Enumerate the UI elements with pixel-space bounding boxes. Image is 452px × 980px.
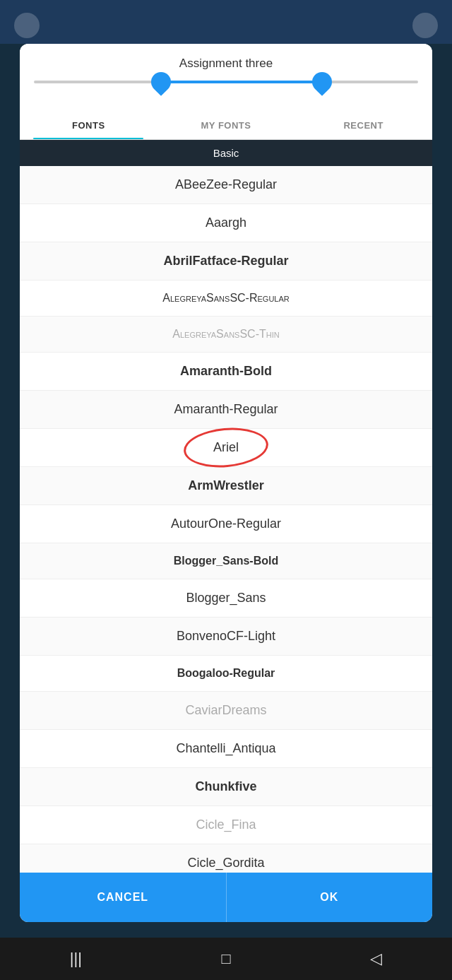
font-item-ariel[interactable]: Ariel [20, 429, 432, 467]
font-item-autourone[interactable]: AutourOne-Regular [20, 505, 432, 543]
font-name: AlegreyaSansSC-Regular [162, 292, 289, 305]
font-item-blogger-bold[interactable]: Blogger_Sans-Bold [20, 543, 432, 579]
bottom-buttons: CANCEL OK [20, 873, 432, 922]
font-name: AlegreyaSansSC-Thin [172, 328, 279, 341]
ok-button[interactable]: OK [227, 873, 433, 922]
status-bar [0, 0, 452, 44]
font-name: Chantelli_Antiqua [176, 741, 275, 756]
font-item-bonveno[interactable]: BonvenoCF-Light [20, 618, 432, 656]
font-name: CaviarDreams [185, 703, 266, 718]
nav-back-icon[interactable]: ◁ [370, 950, 382, 968]
font-item-armwrestler[interactable]: ArmWrestler [20, 467, 432, 505]
nav-home-icon[interactable]: □ [221, 950, 230, 968]
font-picker-modal: Assignment three FONTS MY FONTS RECENT B… [20, 44, 432, 922]
font-name: Ariel [213, 440, 239, 455]
font-name: Blogger_Sans [186, 591, 266, 606]
font-item-amaranth-regular[interactable]: Amaranth-Regular [20, 391, 432, 429]
modal-title: Assignment three [179, 57, 273, 71]
font-item-caviar[interactable]: CaviarDreams [20, 692, 432, 730]
font-name: Amaranth-Bold [180, 364, 272, 379]
status-avatar [14, 13, 40, 38]
tab-my-fonts[interactable]: MY FONTS [157, 110, 295, 139]
font-item-alegreya-thin[interactable]: AlegreyaSansSC-Thin [20, 317, 432, 353]
font-item-cicle-gordita[interactable]: Cicle_Gordita [20, 844, 432, 873]
font-list[interactable]: ABeeZee-Regular Aaargh AbrilFatface-Regu… [20, 166, 432, 873]
tab-recent[interactable]: RECENT [295, 110, 432, 139]
font-name: Chunkfive [195, 779, 256, 794]
status-icon-right [412, 13, 438, 38]
font-name: Blogger_Sans-Bold [174, 555, 278, 567]
modal-header: Assignment three [20, 44, 432, 110]
nav-bar: ||| □ ◁ [0, 938, 452, 980]
font-item-abeezee[interactable]: ABeeZee-Regular [20, 166, 432, 204]
font-item-chantelli[interactable]: Chantelli_Antiqua [20, 730, 432, 768]
font-item-alegreya-regular[interactable]: AlegreyaSansSC-Regular [20, 281, 432, 317]
cancel-button[interactable]: CANCEL [20, 873, 227, 922]
font-name: Boogaloo-Regular [177, 667, 275, 680]
font-item-aaargh[interactable]: Aaargh [20, 204, 432, 242]
nav-menu-icon[interactable]: ||| [70, 950, 82, 968]
font-item-abrilfatface[interactable]: AbrilFatface-Regular [20, 242, 432, 281]
font-name: Cicle_Gordita [187, 856, 264, 870]
font-name: ArmWrestler [188, 478, 264, 493]
font-item-chunkfive[interactable]: Chunkfive [20, 768, 432, 806]
font-name: Aaargh [206, 216, 246, 230]
font-name: BonvenoCF-Light [177, 629, 275, 644]
slider-track [34, 81, 418, 83]
slider-thumb-right[interactable] [308, 68, 336, 96]
font-name: AutourOne-Regular [171, 516, 281, 531]
slider-fill [161, 81, 322, 83]
slider-thumb-left[interactable] [147, 68, 175, 96]
font-item-cicle-fina[interactable]: Cicle_Fina [20, 806, 432, 844]
slider-wrapper[interactable] [34, 81, 418, 103]
font-name: Cicle_Fina [196, 817, 256, 832]
font-name: ABeeZee-Regular [175, 177, 277, 192]
tab-fonts[interactable]: FONTS [20, 110, 157, 139]
font-item-boogaloo[interactable]: Boogaloo-Regular [20, 656, 432, 692]
section-header: Basic [20, 140, 432, 166]
font-item-amaranth-bold[interactable]: Amaranth-Bold [20, 353, 432, 391]
font-item-blogger-sans[interactable]: Blogger_Sans [20, 579, 432, 618]
font-name: AbrilFatface-Regular [163, 254, 288, 268]
font-name: Amaranth-Regular [174, 402, 278, 417]
tab-bar: FONTS MY FONTS RECENT [20, 110, 432, 140]
